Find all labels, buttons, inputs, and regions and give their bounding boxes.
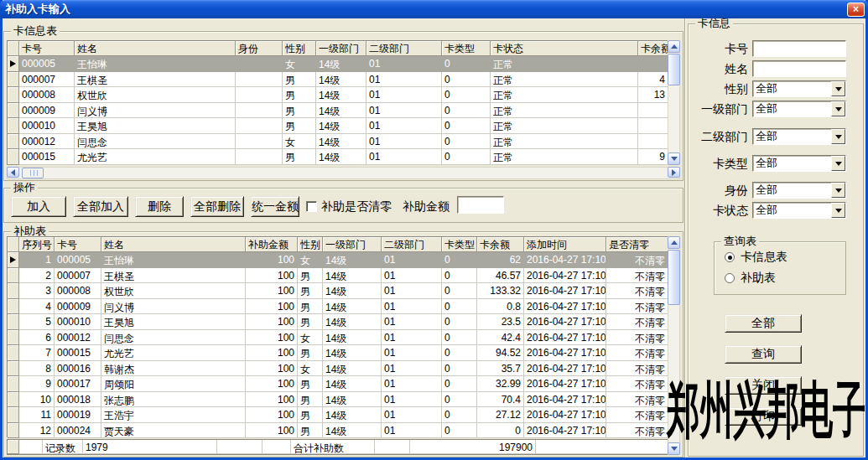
column-header[interactable]: 卡状态 [491, 41, 638, 56]
cell [638, 103, 668, 119]
table-row[interactable]: 000009闫义博男14级010正常 [8, 103, 668, 119]
row-indicator [8, 134, 19, 150]
close-window-button[interactable]: 关闭 [725, 376, 802, 395]
cell: 男 [283, 72, 316, 88]
table-row[interactable]: 9000017周颂阳100男14级01032.992016-04-27 17:1… [8, 376, 668, 392]
table-row[interactable]: 000010王昊旭男14级010正常 [8, 118, 668, 134]
table-row[interactable]: 2000007王棋圣100男14级01046.572016-04-27 17:1… [8, 268, 668, 284]
filter-combo[interactable]: 全部 [752, 155, 846, 172]
filter-combo[interactable]: 全部 [752, 128, 846, 145]
scroll-left-button[interactable] [7, 167, 19, 178]
column-header[interactable]: 一级部门 [323, 237, 382, 252]
combo-dropdown-button[interactable] [831, 183, 845, 198]
column-header[interactable]: 是否清零 [606, 237, 668, 252]
table-row[interactable]: 8000016韩谢杰100女14级01035.72016-04-27 17:10… [8, 361, 668, 377]
query-button[interactable]: 查询 [725, 345, 802, 364]
combo-dropdown-button[interactable] [831, 101, 845, 116]
filter-field-row: 姓名 [689, 60, 863, 77]
column-header[interactable]: 二级部门 [382, 237, 442, 252]
row-indicator [8, 314, 19, 330]
table-row[interactable]: 10000018张志鹏100男14级01070.42016-04-27 17:1… [8, 392, 668, 408]
table-row[interactable]: 4000009闫义博100男14级0100.82016-04-27 17:10:… [8, 299, 668, 315]
table-row[interactable]: 000012闫思念女14级010正常 [8, 134, 668, 150]
table-row[interactable]: 3000008权世欣100男14级010133.322016-04-27 17:… [8, 283, 668, 299]
uniform-amount-button[interactable]: 统一金额 [251, 196, 299, 217]
table-row[interactable]: 000005王怡琳女14级010正常 [8, 56, 668, 72]
column-header[interactable]: 卡号 [19, 41, 75, 56]
filter-combo[interactable]: 全部 [752, 202, 846, 219]
cell: 正常 [491, 149, 638, 165]
cell: 35.7 [477, 361, 524, 377]
filter-combo[interactable]: 全部 [752, 80, 846, 97]
scroll-thumb[interactable] [22, 168, 44, 178]
column-header[interactable]: 一级部门 [316, 41, 366, 56]
scroll-right-button[interactable] [668, 167, 680, 178]
scroll-down-button[interactable] [668, 152, 680, 165]
table-row[interactable]: 12000024贾天豪100男14级01002016-04-27 17:10:不… [8, 423, 668, 439]
all-button[interactable]: 全部 [725, 314, 802, 333]
name-input[interactable] [752, 60, 846, 77]
row-indicator [8, 149, 19, 165]
subsidy-amount-label: 补助金额 [403, 199, 450, 214]
combo-dropdown-button[interactable] [831, 203, 845, 218]
combo-dropdown-button[interactable] [831, 81, 845, 96]
combo-dropdown-button[interactable] [831, 156, 845, 171]
add-button[interactable]: 加入 [11, 196, 66, 217]
table-row[interactable]: 5000010王昊旭100男14级01023.52016-04-27 17:10… [8, 314, 668, 330]
scroll-down-button[interactable] [668, 442, 680, 455]
filter-combo[interactable]: 全部 [752, 101, 846, 117]
table-row[interactable]: 000015尤光艺男14级010正常9 [8, 149, 668, 165]
window-titlebar[interactable]: 补助入卡输入 × [0, 0, 868, 18]
footer-cell: 合计补助数 [291, 440, 375, 454]
column-header[interactable]: 姓名 [75, 41, 236, 56]
close-button[interactable]: × [847, 3, 865, 17]
combo-dropdown-button[interactable] [831, 129, 845, 144]
table-row[interactable]: 000007王棋圣男14级010正常4 [8, 72, 668, 88]
column-header[interactable]: 卡余额 [638, 41, 668, 56]
column-header[interactable]: 添加时间 [524, 237, 606, 252]
cell: 000012 [19, 134, 75, 150]
column-header[interactable]: 性别 [283, 41, 316, 56]
delete-all-button[interactable]: 全部删除 [190, 196, 244, 217]
card-no-input[interactable] [752, 40, 846, 57]
cell: 000007 [19, 72, 75, 88]
cell: 正常 [491, 87, 638, 103]
footer-cell: 1979 [83, 440, 217, 454]
table-row[interactable]: 6000012闫思念100女14级01042.42016-04-27 17:10… [8, 330, 668, 346]
cell: 男 [298, 299, 323, 315]
radio-subsidy[interactable]: 补助表 [725, 271, 776, 286]
scroll-up-button[interactable] [668, 236, 680, 249]
table-row[interactable]: 11000019王浩宇100男14级01027.122016-04-27 17:… [8, 407, 668, 423]
clear-to-zero-checkbox[interactable] [306, 201, 317, 212]
column-header[interactable]: 序列号 [19, 237, 55, 252]
row-indicator [8, 56, 19, 72]
card-table-vscrollbar[interactable] [668, 40, 680, 165]
column-header[interactable]: 卡余额 [477, 237, 524, 252]
column-header[interactable]: 姓名 [101, 237, 246, 252]
column-header[interactable]: 卡号 [55, 237, 101, 252]
table-row[interactable]: 000008权世欣男14级010正常13 [8, 87, 668, 103]
column-header[interactable]: 性别 [298, 237, 323, 252]
column-header[interactable]: 身份 [236, 41, 283, 56]
column-header[interactable]: 补助金额 [246, 237, 298, 252]
radio-card-info[interactable]: 卡信息表 [725, 250, 787, 265]
table-row[interactable]: 7000015尤光艺100男14级01094.522016-04-27 17:1… [8, 345, 668, 361]
column-header[interactable]: 卡类型 [442, 237, 477, 252]
add-all-button[interactable]: 全部加入 [73, 196, 128, 217]
cell: 14级 [316, 56, 366, 72]
subsidy-table-vscrollbar[interactable] [668, 236, 680, 455]
print-button[interactable]: 打印 [725, 407, 802, 426]
scroll-up-button[interactable] [668, 40, 680, 53]
subsidy-amount-input[interactable] [457, 196, 504, 214]
scroll-thumb[interactable] [668, 54, 680, 85]
card-table-hscrollbar[interactable] [7, 167, 680, 179]
column-header[interactable]: 二级部门 [366, 41, 442, 56]
cell: 100 [246, 268, 298, 284]
cell: 14级 [323, 345, 382, 361]
table-row[interactable]: 1000005王怡琳100女14级010622016-04-27 17:10:不… [8, 252, 668, 268]
delete-button[interactable]: 删除 [135, 196, 184, 217]
column-header[interactable]: 卡类型 [442, 41, 491, 56]
filter-combo[interactable]: 全部 [752, 182, 846, 199]
scroll-thumb[interactable] [668, 250, 680, 305]
cell: 000016 [55, 361, 101, 377]
